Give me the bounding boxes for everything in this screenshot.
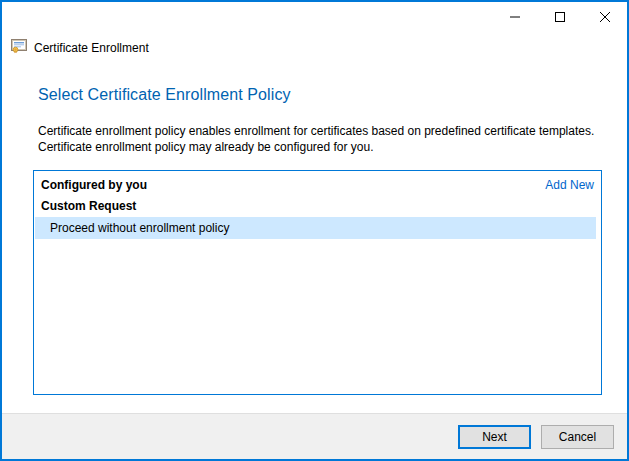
enrollment-policy-listbox[interactable]: Configured by you Add New Custom Request… — [33, 170, 602, 395]
page-description: Certificate enrollment policy enables en… — [38, 123, 627, 155]
page-title: Select Certificate Enrollment Policy — [38, 86, 627, 104]
certificate-enrollment-window: Certificate Enrollment Select Certificat… — [0, 0, 629, 461]
group-header-custom-request: Custom Request — [34, 195, 601, 216]
certificate-icon — [11, 38, 27, 58]
minimize-button[interactable] — [492, 2, 537, 32]
maximize-icon — [555, 12, 565, 22]
description-line-1: Certificate enrollment policy enables en… — [38, 123, 627, 139]
maximize-button[interactable] — [537, 2, 582, 32]
close-icon — [600, 12, 610, 22]
app-header: Certificate Enrollment — [2, 35, 627, 61]
description-line-2: Certificate enrollment policy may alread… — [38, 139, 627, 155]
list-item-proceed-without-enrollment-policy[interactable]: Proceed without enrollment policy — [35, 217, 596, 239]
minimize-icon — [510, 12, 520, 22]
add-new-link[interactable]: Add New — [545, 178, 594, 192]
titlebar — [2, 2, 627, 32]
group-label: Configured by you — [41, 178, 147, 192]
next-button[interactable]: Next — [458, 425, 531, 449]
wizard-content: Select Certificate Enrollment Policy Cer… — [2, 86, 627, 395]
group-label: Custom Request — [41, 199, 136, 213]
cancel-button[interactable]: Cancel — [541, 425, 614, 449]
close-button[interactable] — [582, 2, 627, 32]
footer: Next Cancel — [2, 413, 627, 459]
group-header-configured-by-you: Configured by you Add New — [34, 174, 601, 195]
app-title: Certificate Enrollment — [34, 41, 149, 55]
